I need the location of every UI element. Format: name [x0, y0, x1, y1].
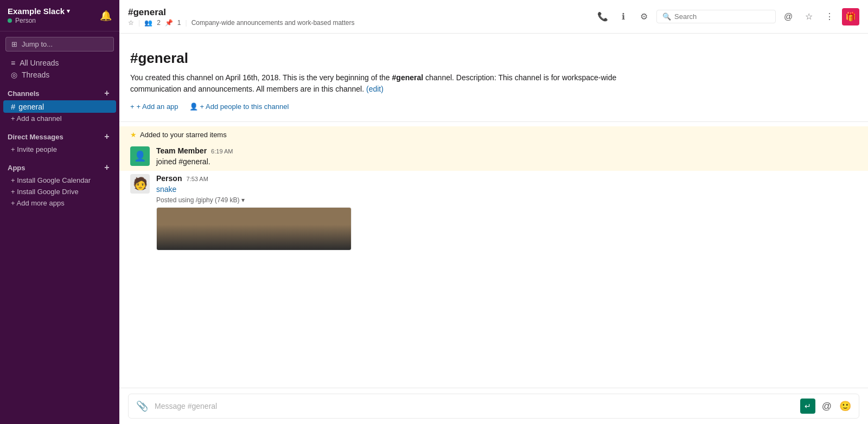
- workspace-info: Example Slack ▾ Person: [8, 7, 70, 24]
- sidebar-item-threads[interactable]: ◎ Threads: [3, 69, 116, 81]
- notification-bell-icon[interactable]: 🔔: [100, 10, 112, 22]
- avatar: 👤: [130, 146, 150, 166]
- message-time: 6:19 AM: [211, 148, 233, 155]
- channel-intro-actions: + + Add an app 👤 + Add people to this ch…: [130, 102, 857, 111]
- chevron-down-icon: ▾: [67, 8, 70, 15]
- message-time: 7:53 AM: [186, 176, 208, 182]
- edit-description-link[interactable]: (edit): [366, 85, 384, 93]
- main-content: #general ☆ | 👥 2 📌 1 | Company-wide anno…: [119, 0, 868, 424]
- more-icon[interactable]: ⋮: [821, 9, 838, 25]
- dropdown-icon[interactable]: ▾: [241, 196, 245, 204]
- star-filled-icon: ★: [130, 131, 137, 139]
- sidebar: Example Slack ▾ Person 🔔 ⊞ Jump to... ≡ …: [0, 0, 119, 424]
- apps-section-header: Apps +: [0, 163, 119, 172]
- sidebar-item-all-unreads[interactable]: ≡ All Unreads: [3, 57, 116, 69]
- workspace-user: Person: [8, 17, 70, 24]
- online-status-icon: [8, 18, 12, 23]
- search-icon: 🔍: [662, 12, 671, 21]
- send-icon: ↵: [805, 402, 811, 410]
- chat-area: #general You created this channel on Apr…: [119, 34, 868, 388]
- at-mention-icon[interactable]: @: [821, 401, 833, 412]
- channel-name-heading: #general: [128, 7, 354, 18]
- table-row: 🧑 Person 7:53 AM snake Posted using /gip…: [119, 171, 868, 254]
- emoji-icon[interactable]: 🙂: [838, 400, 852, 412]
- sidebar-item-general[interactable]: # general: [3, 100, 116, 113]
- channels-section-header: Channels +: [0, 88, 119, 98]
- channel-intro-description: You created this channel on April 16th, …: [130, 72, 618, 95]
- add-channel-link[interactable]: + Add a channel: [3, 113, 116, 124]
- avatar-person-drawing-icon: 🧑: [133, 177, 148, 191]
- add-people-link[interactable]: 👤 + Add people to this channel: [189, 102, 289, 111]
- channel-intro-title: #general: [130, 50, 857, 67]
- channel-description: Company-wide announcements and work-base…: [192, 19, 355, 27]
- giphy-image-inner: [157, 208, 351, 250]
- message-text: joined #general.: [156, 156, 857, 168]
- install-google-drive-link[interactable]: + Install Google Drive: [3, 186, 116, 197]
- at-icon[interactable]: @: [780, 9, 796, 25]
- all-unreads-icon: ≡: [11, 59, 15, 67]
- channel-intro: #general You created this channel on Apr…: [119, 34, 868, 122]
- table-row: 👤 Team Member 6:19 AM joined #general.: [119, 143, 868, 171]
- message-header: Person 7:53 AM: [156, 174, 857, 183]
- jump-to-button[interactable]: ⊞ Jump to...: [5, 37, 114, 52]
- message-body: Person 7:53 AM snake Posted using /giphy…: [156, 174, 857, 250]
- message-author[interactable]: Team Member: [156, 146, 207, 155]
- search-box[interactable]: 🔍: [656, 10, 776, 23]
- members-count: 2: [157, 19, 161, 27]
- channel-header: #general ☆ | 👥 2 📌 1 | Company-wide anno…: [119, 0, 868, 34]
- starred-banner: ★ Added to your starred items: [119, 126, 868, 143]
- person-icon: 👤: [189, 102, 198, 111]
- add-dm-icon[interactable]: +: [102, 132, 112, 142]
- star-header-icon[interactable]: ☆: [801, 9, 817, 25]
- giphy-image: [156, 207, 352, 250]
- members-icon: 👥: [144, 19, 152, 27]
- message-input[interactable]: [155, 402, 795, 410]
- jump-to-icon: ⊞: [11, 40, 17, 48]
- direct-messages-section-header: Direct Messages +: [0, 132, 119, 142]
- header-right: 📞 ℹ ⚙ 🔍 @ ☆ ⋮ 🎁: [595, 8, 859, 25]
- add-app-icon[interactable]: +: [102, 163, 112, 172]
- message-input-area: 📎 ↵ @ 🙂: [119, 388, 868, 424]
- workspace-name[interactable]: Example Slack ▾: [8, 7, 70, 16]
- message-input-box: 📎 ↵ @ 🙂: [128, 394, 859, 419]
- threads-icon: ◎: [11, 70, 17, 79]
- attach-file-icon[interactable]: 📎: [135, 400, 149, 412]
- messages-list: ★ Added to your starred items 👤 Team Mem…: [119, 122, 868, 258]
- install-google-calendar-link[interactable]: + Install Google Calendar: [3, 175, 116, 186]
- star-icon[interactable]: ☆: [128, 19, 134, 27]
- message-header: Team Member 6:19 AM: [156, 146, 857, 155]
- giphy-link[interactable]: snake: [156, 185, 176, 194]
- pin-icon: 📌: [165, 19, 173, 27]
- message-text: snake: [156, 184, 857, 195]
- gift-icon[interactable]: 🎁: [842, 8, 859, 25]
- search-input[interactable]: [674, 12, 770, 21]
- add-more-apps-link[interactable]: + Add more apps: [3, 197, 116, 209]
- send-button[interactable]: ↵: [800, 399, 815, 414]
- sidebar-header: Example Slack ▾ Person 🔔: [0, 0, 119, 31]
- channel-intro-channel-name: #general: [392, 73, 424, 82]
- add-channel-icon[interactable]: +: [102, 88, 112, 98]
- info-icon[interactable]: ℹ: [615, 9, 631, 25]
- avatar: 🧑: [130, 174, 150, 194]
- call-icon[interactable]: 📞: [595, 9, 611, 25]
- plus-icon: +: [130, 102, 135, 111]
- settings-icon[interactable]: ⚙: [636, 9, 652, 25]
- avatar-person-icon: 👤: [134, 150, 146, 162]
- channel-meta: ☆ | 👥 2 📌 1 | Company-wide announcements…: [128, 19, 354, 27]
- header-left: #general ☆ | 👥 2 📌 1 | Company-wide anno…: [128, 7, 354, 27]
- invite-people-link[interactable]: + Invite people: [3, 144, 116, 155]
- pinned-count: 1: [177, 19, 181, 27]
- channel-hash-icon: #: [11, 102, 15, 111]
- message-body: Team Member 6:19 AM joined #general.: [156, 146, 857, 168]
- giphy-label: Posted using /giphy (749 kB) ▾: [156, 196, 857, 204]
- message-author[interactable]: Person: [156, 174, 182, 183]
- add-app-link[interactable]: + + Add an app: [130, 102, 178, 111]
